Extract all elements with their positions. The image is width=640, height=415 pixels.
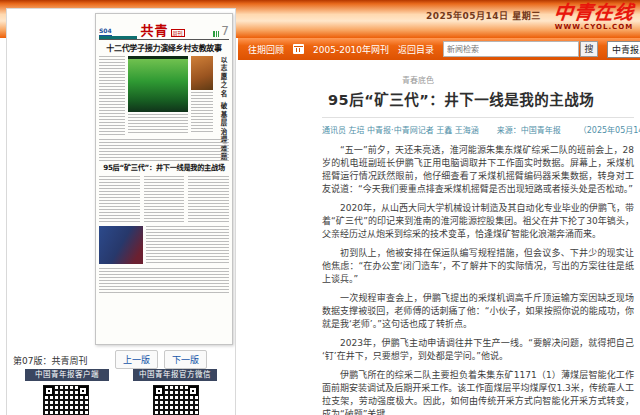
article-byline-row: 通讯员 左培 中青报·中青网记者 王鑫 王海涵 来源：中国青年报 （2025年0… xyxy=(322,124,634,135)
qr-app-label: 中国青年报客户端 xyxy=(25,369,109,381)
thumb-column-1 xyxy=(99,176,140,222)
nav-back-contents-link[interactable]: 返回目录 xyxy=(398,43,434,56)
article-paragraph: 一次规程审查会上，伊鹏飞提出的采煤机调高千斤顶运输方案因缺乏现场数据支撑被驳回，… xyxy=(322,292,634,331)
thumb-text-bars xyxy=(191,92,213,134)
qr-code-wechat xyxy=(153,385,199,415)
small-photo xyxy=(191,56,213,90)
event-photo xyxy=(99,226,143,264)
next-edition-button[interactable]: 下一版 xyxy=(164,350,207,369)
masthead-page-group: 7 xyxy=(213,26,229,37)
cyol-logo-url: WWW.CYOL.COM xyxy=(552,23,636,31)
thumb-column-3 xyxy=(188,176,229,222)
thumb-body-bars xyxy=(99,139,229,161)
masthead-page-number: 7 xyxy=(221,26,229,37)
edition-label: 第07版：共青周刊 xyxy=(13,354,87,367)
qr-code-app xyxy=(43,385,89,415)
article-body: “五一”前夕，天还未亮透，淮河能源朱集东煤矿综采二队的班前会上，28岁的机电班副… xyxy=(322,144,634,415)
press-group-select[interactable]: 中青报系 xyxy=(607,41,640,58)
thumb-headline-mid: 95后“矿三代”：井下一线是我的主战场 xyxy=(99,163,229,173)
thumb-bottom-row xyxy=(99,226,229,264)
title-divider xyxy=(322,117,634,118)
article-paragraph: 2020年，从山西大同大学机械设计制造及其自动化专业毕业的伊鹏飞，带着“矿三代”… xyxy=(322,202,634,241)
article-paragraph: 初到队上，他被安排在保运队编写规程措施，但会议多、下井少的现实让他焦虑：“在办公… xyxy=(322,247,634,286)
thumb-columns xyxy=(99,176,229,222)
thumb-caption-bars xyxy=(128,114,188,134)
article-source: 来源：中国青年报 xyxy=(497,124,561,135)
left-panel: S04 共青 周刊 7 十二代学子接力演绎乡村支教故事 xyxy=(6,8,236,415)
article-panel: 青春底色 95后“矿三代”：井下一线是我的主战场 通讯员 左培 中青报·中青网记… xyxy=(238,60,640,415)
thumb-column-2 xyxy=(144,176,185,222)
article-column-label: 青春底色 xyxy=(402,74,634,85)
thumb-photo-main-wrap xyxy=(128,56,188,136)
press-group-selected: 中青报系 xyxy=(608,43,640,56)
page-grid-icon xyxy=(213,31,219,37)
article-title: 95后“矿三代”：井下一线是我的主战场 xyxy=(328,88,634,109)
thumb-filler-bars xyxy=(99,268,229,294)
current-date: 2025年05月14日 星期三 xyxy=(426,9,541,22)
page: 2025年05月14日 星期三 中青在线 WWW.CYOL.COM 往期回顾 2… xyxy=(0,0,640,415)
nav-archive-link[interactable]: 往期回顾 xyxy=(248,43,284,56)
edition-pager: 第07版：共青周刊 上一版 下一版 xyxy=(7,349,235,369)
thumb-photo-row xyxy=(99,56,229,136)
article-issue-info: （2025年05月14日 07版） xyxy=(579,124,640,135)
newspaper-page-thumbnail[interactable]: S04 共青 周刊 7 十二代学子接力演绎乡村支教故事 xyxy=(95,13,233,345)
cyol-logo-text: 中青在线 xyxy=(551,2,637,22)
newspaper-masthead: S04 共青 周刊 7 xyxy=(99,17,229,37)
thumb-headline-vertical: 以志愿之名 破基层治理难题 xyxy=(218,56,228,182)
search-input[interactable] xyxy=(443,41,579,57)
search-box: 搜 xyxy=(443,41,598,57)
thumb-bottom-caption xyxy=(146,226,229,264)
top-nav: 往期回顾 2005-2010年网刊 返回目录 搜 中青报系 返回首页 xyxy=(238,38,640,60)
prev-edition-button[interactable]: 上一版 xyxy=(115,350,158,369)
calendar-icon[interactable] xyxy=(293,44,304,54)
thumb-headline-top: 十二代学子接力演绎乡村支教故事 xyxy=(99,43,229,54)
article-paragraph: 伊鹏飞所在的综采二队主要担负着朱集东矿1171（1）薄煤层智能化工作面前期安装调… xyxy=(322,369,634,415)
masthead-subtitle: 周刊 xyxy=(171,29,185,37)
thumb-text-column xyxy=(99,56,125,136)
article-paragraph: “五一”前夕，天还未亮透，淮河能源朱集东煤矿综采二队的班前会上，28岁的机电班副… xyxy=(322,144,634,196)
site-logo[interactable]: 中青在线 WWW.CYOL.COM xyxy=(552,2,636,31)
thumb-right-column xyxy=(191,56,213,136)
masthead-title-group: 共青 周刊 xyxy=(141,24,185,37)
article-paragraph: 2023年，伊鹏飞主动申请调往井下生产一线。“要解决问题，就得把自己‘钉’在井下… xyxy=(322,337,634,363)
stage-photo xyxy=(128,56,188,112)
masthead-title: 共青 xyxy=(141,24,169,37)
masthead-rule xyxy=(99,39,229,40)
nav-old-web-link[interactable]: 2005-2010年网刊 xyxy=(313,43,389,56)
search-button[interactable]: 搜 xyxy=(580,41,598,57)
pager-buttons: 上一版 下一版 xyxy=(115,350,207,369)
article-authors: 通讯员 左培 中青报·中青网记者 王鑫 王海涵 xyxy=(322,124,479,135)
qr-wechat-label: 中国青年报官方微信 xyxy=(133,369,217,381)
